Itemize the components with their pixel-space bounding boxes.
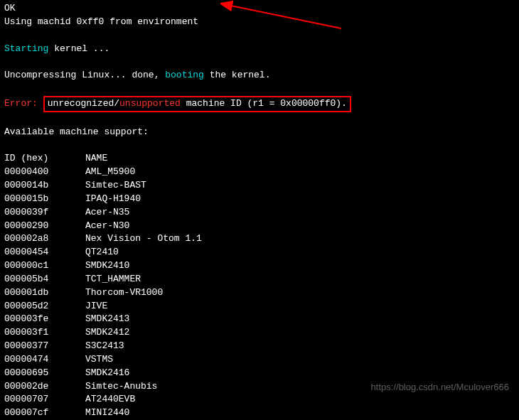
table-row: 000003f1SMDK2412: [4, 326, 224, 340]
terminal-line-ok: OK: [4, 2, 515, 16]
error-pre-text: unrecognized/: [48, 98, 119, 109]
machine-id: 0000039f: [4, 206, 85, 220]
machine-name: SMDK2416: [85, 367, 224, 380]
error-post-text: machine ID (r1 = 0x00000ff0).: [181, 98, 347, 109]
table-row: 00000695SMDK2416: [4, 367, 224, 380]
machine-name: Acer-N30: [85, 220, 224, 233]
machine-id: 00000474: [4, 353, 85, 367]
terminal-line-uncompressing: Uncompressing Linux... done, booting the…: [4, 69, 515, 82]
table-row: 000000c1SMDK2410: [4, 259, 224, 273]
table-row: 00000290Acer-N30: [4, 220, 224, 233]
terminal-line-starting: Starting kernel ...: [4, 43, 515, 56]
machine-name: AML_M5900: [85, 166, 224, 179]
kernel-text: kernel ...: [48, 43, 109, 54]
machine-id: 00000290: [4, 220, 85, 233]
table-row: 000005d2JIVE: [4, 300, 224, 313]
error-label: Error:: [4, 98, 38, 109]
machine-name: AT2440EVB: [85, 393, 224, 406]
machine-id: 0000015b: [4, 193, 85, 206]
machine-name: TCT_HAMMER: [85, 273, 224, 286]
table-row: 00000377S3C2413: [4, 340, 224, 353]
machine-id: 000007cf: [4, 406, 85, 420]
terminal-blank: [4, 55, 515, 69]
table-row: 0000015bIPAQ-H1940: [4, 193, 224, 206]
uncompressing-text: Uncompressing Linux... done,: [4, 70, 165, 80]
machine-id: 00000454: [4, 246, 85, 259]
table-row: 00000707AT2440EVB: [4, 393, 224, 406]
table-row: 000003feSMDK2413: [4, 313, 224, 326]
table-row: 00000454QT2410: [4, 246, 224, 259]
machine-id: 000005d2: [4, 300, 85, 313]
machine-name: Simtec-Anubis: [85, 380, 224, 394]
the-kernel-text: the kernel.: [204, 70, 271, 80]
header-id: ID (hex): [4, 152, 85, 166]
machine-name: QT2410: [85, 246, 224, 259]
machine-id: 000003f1: [4, 326, 85, 340]
error-box: unrecognized/unsupported machine ID (r1 …: [43, 96, 351, 112]
machine-name: SMDK2410: [85, 259, 224, 273]
terminal-line-error: Error: unrecognized/unsupported machine …: [4, 96, 515, 112]
machine-table: ID (hex) NAME 00000400AML_M59000000014bS…: [4, 152, 224, 420]
machine-name: SMDK2413: [85, 313, 224, 326]
header-name: NAME: [85, 152, 224, 166]
table-row: 000002deSimtec-Anubis: [4, 380, 224, 394]
machine-name: Simtec-BAST: [85, 179, 224, 193]
starting-highlight: Starting: [4, 43, 48, 54]
machine-id: 00000400: [4, 166, 85, 179]
terminal-line-machid: Using machid 0xff0 from environment: [4, 16, 515, 29]
table-row: 00000474VSTMS: [4, 353, 224, 367]
machine-id: 00000695: [4, 367, 85, 380]
machine-id: 000003fe: [4, 313, 85, 326]
terminal-blank: [4, 112, 515, 126]
machine-id: 000000c1: [4, 259, 85, 273]
table-row: 0000014bSimtec-BAST: [4, 179, 224, 193]
table-row: 0000039fAcer-N35: [4, 206, 224, 220]
machine-name: Acer-N35: [85, 206, 224, 220]
machine-id: 000002a8: [4, 232, 85, 246]
machine-id: 000005b4: [4, 273, 85, 286]
watermark: https://blog.csdn.net/Mculover666: [371, 381, 509, 394]
terminal-blank: [4, 82, 515, 96]
machine-table-header: ID (hex) NAME: [4, 152, 224, 166]
machine-name: MINI2440: [85, 406, 224, 420]
machine-name: SMDK2412: [85, 326, 224, 340]
terminal-blank: [4, 139, 515, 152]
machine-name: JIVE: [85, 300, 224, 313]
machine-id: 00000707: [4, 393, 85, 406]
machine-name: Nex Vision - Otom 1.1: [85, 232, 224, 246]
table-row: 000002a8Nex Vision - Otom 1.1: [4, 232, 224, 246]
available-label: Available machine support:: [4, 126, 515, 139]
table-row: 000005b4TCT_HAMMER: [4, 273, 224, 286]
terminal-blank: [4, 29, 515, 43]
error-unsupported: unsupported: [119, 98, 181, 109]
machine-name: IPAQ-H1940: [85, 193, 224, 206]
machine-id: 000001db: [4, 286, 85, 300]
table-row: 000001dbThorcom-VR1000: [4, 286, 224, 300]
machine-id: 00000377: [4, 340, 85, 353]
machine-name: VSTMS: [85, 353, 224, 367]
table-row: 000007cfMINI2440: [4, 406, 224, 420]
machine-id: 0000014b: [4, 179, 85, 193]
machine-id: 000002de: [4, 380, 85, 394]
table-row: 00000400AML_M5900: [4, 166, 224, 179]
machine-name: Thorcom-VR1000: [85, 286, 224, 300]
machine-name: S3C2413: [85, 340, 224, 353]
booting-highlight: booting: [165, 70, 204, 80]
